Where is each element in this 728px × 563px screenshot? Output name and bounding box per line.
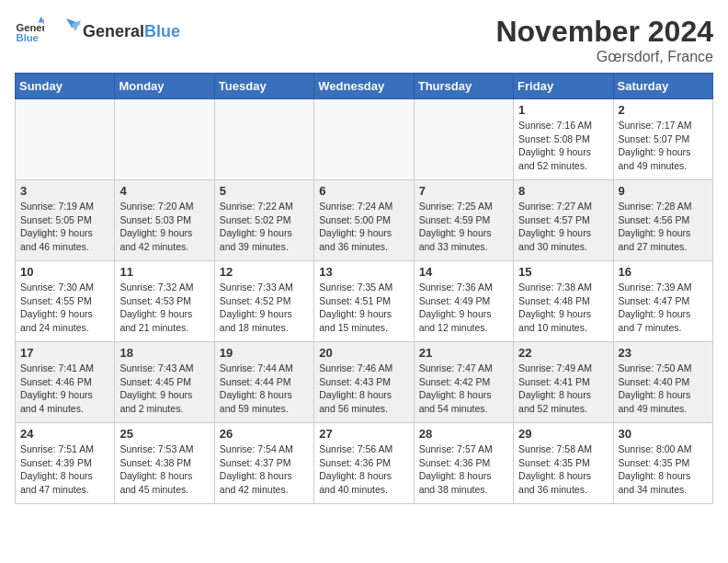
day-number: 18 [119, 346, 209, 360]
calendar-cell: 26Sunrise: 7:54 AM Sunset: 4:37 PM Dayli… [214, 423, 313, 504]
day-info: Sunrise: 7:24 AM Sunset: 5:00 PM Dayligh… [319, 200, 408, 254]
day-info: Sunrise: 7:19 AM Sunset: 5:05 PM Dayligh… [20, 200, 109, 254]
day-number: 12 [220, 265, 309, 279]
day-info: Sunrise: 7:58 AM Sunset: 4:35 PM Dayligh… [518, 442, 608, 497]
location: Gœrsdorf, France [495, 49, 713, 65]
calendar-cell: 15Sunrise: 7:38 AM Sunset: 4:48 PM Dayli… [514, 261, 613, 342]
svg-text:Blue: Blue [17, 32, 39, 43]
day-info: Sunrise: 7:27 AM Sunset: 4:57 PM Dayligh… [518, 200, 608, 254]
day-info: Sunrise: 7:25 AM Sunset: 4:59 PM Dayligh… [419, 200, 508, 254]
page-header: General Blue GeneralBlue November 2024 G… [15, 15, 713, 65]
day-info: Sunrise: 7:46 AM Sunset: 4:43 PM Dayligh… [319, 362, 408, 416]
day-number: 25 [119, 427, 209, 441]
day-info: Sunrise: 7:33 AM Sunset: 4:52 PM Dayligh… [220, 281, 309, 335]
calendar-cell: 12Sunrise: 7:33 AM Sunset: 4:52 PM Dayli… [214, 261, 313, 342]
calendar-week-row: 1Sunrise: 7:16 AM Sunset: 5:08 PM Daylig… [16, 99, 713, 180]
calendar-cell: 4Sunrise: 7:20 AM Sunset: 5:03 PM Daylig… [115, 180, 214, 261]
calendar-cell: 11Sunrise: 7:32 AM Sunset: 4:53 PM Dayli… [115, 261, 214, 342]
calendar-cell: 14Sunrise: 7:36 AM Sunset: 4:49 PM Dayli… [414, 261, 513, 342]
day-number: 24 [20, 427, 109, 441]
day-number: 16 [619, 265, 708, 279]
header-sunday: Sunday [16, 74, 115, 99]
calendar-cell: 6Sunrise: 7:24 AM Sunset: 5:00 PM Daylig… [314, 180, 414, 261]
calendar-cell: 17Sunrise: 7:41 AM Sunset: 4:46 PM Dayli… [16, 342, 115, 423]
calendar-week-row: 24Sunrise: 7:51 AM Sunset: 4:39 PM Dayli… [16, 423, 713, 504]
calendar-cell: 13Sunrise: 7:35 AM Sunset: 4:51 PM Dayli… [314, 261, 414, 342]
calendar-cell: 30Sunrise: 8:00 AM Sunset: 4:35 PM Dayli… [613, 423, 712, 504]
logo-icon: General Blue [15, 17, 44, 46]
logo-blue: Blue [144, 22, 180, 40]
header-monday: Monday [115, 74, 214, 99]
day-info: Sunrise: 7:47 AM Sunset: 4:42 PM Dayligh… [419, 362, 508, 416]
day-number: 10 [20, 265, 109, 279]
logo-bird-icon [48, 15, 81, 48]
calendar-cell [214, 99, 313, 180]
calendar-cell: 2Sunrise: 7:17 AM Sunset: 5:07 PM Daylig… [613, 99, 712, 180]
calendar-cell: 21Sunrise: 7:47 AM Sunset: 4:42 PM Dayli… [414, 342, 513, 423]
day-number: 4 [119, 184, 209, 198]
day-info: Sunrise: 7:50 AM Sunset: 4:40 PM Dayligh… [619, 362, 708, 416]
calendar-cell: 9Sunrise: 7:28 AM Sunset: 4:56 PM Daylig… [613, 180, 712, 261]
calendar-cell [414, 99, 513, 180]
day-info: Sunrise: 7:38 AM Sunset: 4:48 PM Dayligh… [518, 281, 608, 335]
day-info: Sunrise: 7:53 AM Sunset: 4:38 PM Dayligh… [119, 442, 209, 497]
calendar-cell: 27Sunrise: 7:56 AM Sunset: 4:36 PM Dayli… [314, 423, 414, 504]
day-number: 1 [518, 103, 608, 117]
calendar-cell: 19Sunrise: 7:44 AM Sunset: 4:44 PM Dayli… [214, 342, 313, 423]
day-info: Sunrise: 8:00 AM Sunset: 4:35 PM Dayligh… [619, 442, 708, 497]
calendar-cell: 8Sunrise: 7:27 AM Sunset: 4:57 PM Daylig… [514, 180, 613, 261]
calendar-cell: 24Sunrise: 7:51 AM Sunset: 4:39 PM Dayli… [16, 423, 115, 504]
calendar-cell: 16Sunrise: 7:39 AM Sunset: 4:47 PM Dayli… [613, 261, 712, 342]
header-tuesday: Tuesday [214, 74, 313, 99]
day-info: Sunrise: 7:30 AM Sunset: 4:55 PM Dayligh… [20, 281, 109, 335]
day-number: 17 [20, 346, 109, 360]
title-block: November 2024 Gœrsdorf, France [495, 15, 713, 65]
header-thursday: Thursday [414, 74, 513, 99]
calendar-header-row: SundayMondayTuesdayWednesdayThursdayFrid… [16, 74, 713, 99]
day-number: 11 [119, 265, 209, 279]
day-number: 21 [419, 346, 508, 360]
day-number: 14 [419, 265, 508, 279]
calendar-cell: 25Sunrise: 7:53 AM Sunset: 4:38 PM Dayli… [115, 423, 214, 504]
calendar-cell: 3Sunrise: 7:19 AM Sunset: 5:05 PM Daylig… [16, 180, 115, 261]
day-info: Sunrise: 7:17 AM Sunset: 5:07 PM Dayligh… [619, 119, 708, 173]
day-number: 19 [220, 346, 309, 360]
calendar-cell: 18Sunrise: 7:43 AM Sunset: 4:45 PM Dayli… [115, 342, 214, 423]
day-info: Sunrise: 7:51 AM Sunset: 4:39 PM Dayligh… [20, 442, 109, 497]
calendar-cell: 7Sunrise: 7:25 AM Sunset: 4:59 PM Daylig… [414, 180, 513, 261]
calendar-cell: 23Sunrise: 7:50 AM Sunset: 4:40 PM Dayli… [613, 342, 712, 423]
day-info: Sunrise: 7:22 AM Sunset: 5:02 PM Dayligh… [220, 200, 309, 254]
day-info: Sunrise: 7:54 AM Sunset: 4:37 PM Dayligh… [220, 442, 309, 497]
calendar-cell [115, 99, 214, 180]
day-number: 23 [619, 346, 708, 360]
calendar-cell: 29Sunrise: 7:58 AM Sunset: 4:35 PM Dayli… [514, 423, 613, 504]
day-info: Sunrise: 7:32 AM Sunset: 4:53 PM Dayligh… [119, 281, 209, 335]
day-info: Sunrise: 7:43 AM Sunset: 4:45 PM Dayligh… [119, 362, 209, 416]
calendar-cell [16, 99, 115, 180]
day-info: Sunrise: 7:36 AM Sunset: 4:49 PM Dayligh… [419, 281, 508, 335]
svg-text:General: General [17, 22, 44, 33]
calendar-cell: 20Sunrise: 7:46 AM Sunset: 4:43 PM Dayli… [314, 342, 414, 423]
logo-general: General [83, 22, 144, 40]
day-number: 15 [518, 265, 608, 279]
day-info: Sunrise: 7:49 AM Sunset: 4:41 PM Dayligh… [518, 362, 608, 416]
calendar-cell [314, 99, 414, 180]
day-number: 9 [619, 184, 708, 198]
calendar-week-row: 17Sunrise: 7:41 AM Sunset: 4:46 PM Dayli… [16, 342, 713, 423]
calendar-cell: 5Sunrise: 7:22 AM Sunset: 5:02 PM Daylig… [214, 180, 313, 261]
calendar-cell: 28Sunrise: 7:57 AM Sunset: 4:36 PM Dayli… [414, 423, 513, 504]
calendar-week-row: 10Sunrise: 7:30 AM Sunset: 4:55 PM Dayli… [16, 261, 713, 342]
calendar-cell: 1Sunrise: 7:16 AM Sunset: 5:08 PM Daylig… [514, 99, 613, 180]
day-info: Sunrise: 7:44 AM Sunset: 4:44 PM Dayligh… [220, 362, 309, 416]
day-number: 7 [419, 184, 508, 198]
day-number: 26 [220, 427, 309, 441]
day-info: Sunrise: 7:41 AM Sunset: 4:46 PM Dayligh… [20, 362, 109, 416]
day-number: 28 [419, 427, 508, 441]
day-number: 27 [319, 427, 408, 441]
day-info: Sunrise: 7:57 AM Sunset: 4:36 PM Dayligh… [419, 442, 508, 497]
day-info: Sunrise: 7:39 AM Sunset: 4:47 PM Dayligh… [619, 281, 708, 335]
day-number: 29 [518, 427, 608, 441]
day-number: 5 [220, 184, 309, 198]
day-info: Sunrise: 7:56 AM Sunset: 4:36 PM Dayligh… [319, 442, 408, 497]
day-number: 13 [319, 265, 408, 279]
